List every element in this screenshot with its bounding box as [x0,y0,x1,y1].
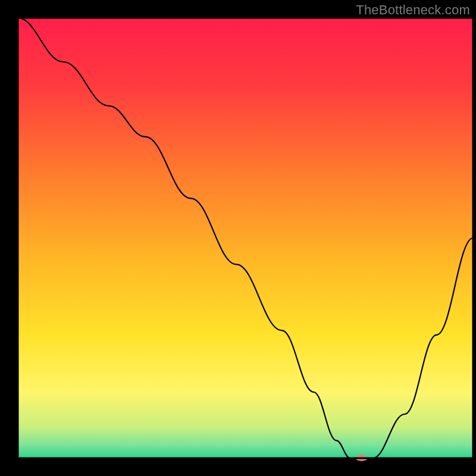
chart-container: TheBottleneck.com [0,0,476,476]
bottleneck-chart [0,0,476,476]
